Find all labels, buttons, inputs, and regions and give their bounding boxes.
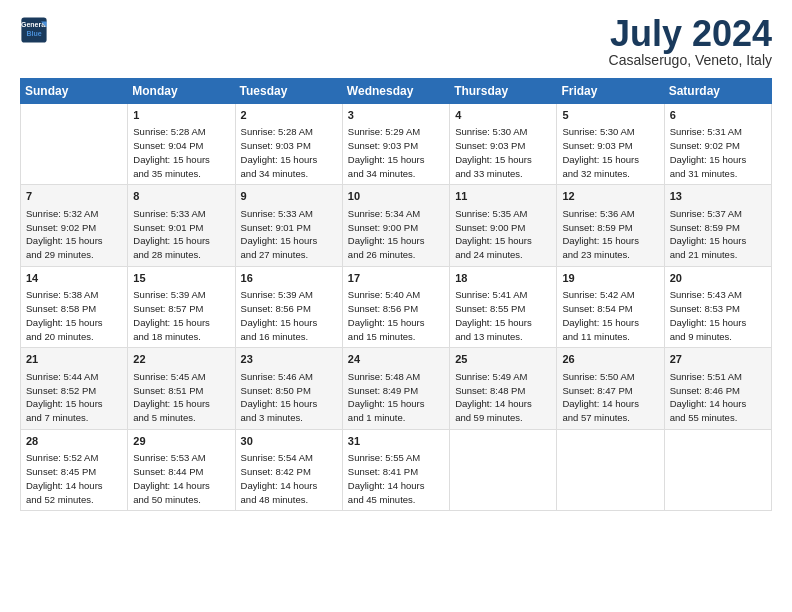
col-saturday: Saturday [664, 79, 771, 104]
calendar-week-2: 7Sunrise: 5:32 AM Sunset: 9:02 PM Daylig… [21, 185, 772, 266]
calendar-cell: 2Sunrise: 5:28 AM Sunset: 9:03 PM Daylig… [235, 104, 342, 185]
day-info: Sunrise: 5:51 AM Sunset: 8:46 PM Dayligh… [670, 370, 766, 425]
day-number: 17 [348, 271, 444, 286]
day-number: 12 [562, 189, 658, 204]
day-number: 20 [670, 271, 766, 286]
calendar-cell: 1Sunrise: 5:28 AM Sunset: 9:04 PM Daylig… [128, 104, 235, 185]
day-info: Sunrise: 5:33 AM Sunset: 9:01 PM Dayligh… [241, 207, 337, 262]
day-info: Sunrise: 5:30 AM Sunset: 9:03 PM Dayligh… [455, 125, 551, 180]
day-number: 6 [670, 108, 766, 123]
day-number: 13 [670, 189, 766, 204]
day-number: 26 [562, 352, 658, 367]
day-number: 8 [133, 189, 229, 204]
day-info: Sunrise: 5:40 AM Sunset: 8:56 PM Dayligh… [348, 288, 444, 343]
day-number: 2 [241, 108, 337, 123]
day-info: Sunrise: 5:39 AM Sunset: 8:56 PM Dayligh… [241, 288, 337, 343]
day-info: Sunrise: 5:42 AM Sunset: 8:54 PM Dayligh… [562, 288, 658, 343]
month-title: July 2024 [609, 16, 772, 52]
day-number: 19 [562, 271, 658, 286]
col-sunday: Sunday [21, 79, 128, 104]
day-number: 15 [133, 271, 229, 286]
calendar-cell: 4Sunrise: 5:30 AM Sunset: 9:03 PM Daylig… [450, 104, 557, 185]
day-number: 24 [348, 352, 444, 367]
calendar-week-3: 14Sunrise: 5:38 AM Sunset: 8:58 PM Dayli… [21, 266, 772, 347]
day-number: 7 [26, 189, 122, 204]
calendar-cell: 12Sunrise: 5:36 AM Sunset: 8:59 PM Dayli… [557, 185, 664, 266]
day-number: 23 [241, 352, 337, 367]
day-info: Sunrise: 5:31 AM Sunset: 9:02 PM Dayligh… [670, 125, 766, 180]
calendar-cell: 22Sunrise: 5:45 AM Sunset: 8:51 PM Dayli… [128, 348, 235, 429]
location: Casalserugo, Veneto, Italy [609, 52, 772, 68]
col-wednesday: Wednesday [342, 79, 449, 104]
calendar-cell: 8Sunrise: 5:33 AM Sunset: 9:01 PM Daylig… [128, 185, 235, 266]
day-number: 27 [670, 352, 766, 367]
calendar-cell: 29Sunrise: 5:53 AM Sunset: 8:44 PM Dayli… [128, 429, 235, 510]
calendar-week-1: 1Sunrise: 5:28 AM Sunset: 9:04 PM Daylig… [21, 104, 772, 185]
header: General Blue July 2024 Casalserugo, Vene… [20, 16, 772, 68]
day-info: Sunrise: 5:49 AM Sunset: 8:48 PM Dayligh… [455, 370, 551, 425]
calendar-table: Sunday Monday Tuesday Wednesday Thursday… [20, 78, 772, 511]
day-info: Sunrise: 5:43 AM Sunset: 8:53 PM Dayligh… [670, 288, 766, 343]
calendar-body: 1Sunrise: 5:28 AM Sunset: 9:04 PM Daylig… [21, 104, 772, 511]
day-info: Sunrise: 5:30 AM Sunset: 9:03 PM Dayligh… [562, 125, 658, 180]
day-info: Sunrise: 5:50 AM Sunset: 8:47 PM Dayligh… [562, 370, 658, 425]
calendar-cell: 16Sunrise: 5:39 AM Sunset: 8:56 PM Dayli… [235, 266, 342, 347]
day-info: Sunrise: 5:33 AM Sunset: 9:01 PM Dayligh… [133, 207, 229, 262]
col-thursday: Thursday [450, 79, 557, 104]
day-info: Sunrise: 5:36 AM Sunset: 8:59 PM Dayligh… [562, 207, 658, 262]
day-info: Sunrise: 5:37 AM Sunset: 8:59 PM Dayligh… [670, 207, 766, 262]
title-area: July 2024 Casalserugo, Veneto, Italy [609, 16, 772, 68]
calendar-header: Sunday Monday Tuesday Wednesday Thursday… [21, 79, 772, 104]
day-number: 18 [455, 271, 551, 286]
day-number: 29 [133, 434, 229, 449]
day-number: 1 [133, 108, 229, 123]
day-number: 30 [241, 434, 337, 449]
col-monday: Monday [128, 79, 235, 104]
calendar-container: General Blue July 2024 Casalserugo, Vene… [0, 0, 792, 521]
weekday-row: Sunday Monday Tuesday Wednesday Thursday… [21, 79, 772, 104]
day-info: Sunrise: 5:34 AM Sunset: 9:00 PM Dayligh… [348, 207, 444, 262]
day-number: 28 [26, 434, 122, 449]
day-number: 9 [241, 189, 337, 204]
day-number: 5 [562, 108, 658, 123]
calendar-cell [664, 429, 771, 510]
calendar-cell: 9Sunrise: 5:33 AM Sunset: 9:01 PM Daylig… [235, 185, 342, 266]
calendar-cell: 19Sunrise: 5:42 AM Sunset: 8:54 PM Dayli… [557, 266, 664, 347]
calendar-cell: 25Sunrise: 5:49 AM Sunset: 8:48 PM Dayli… [450, 348, 557, 429]
calendar-cell: 3Sunrise: 5:29 AM Sunset: 9:03 PM Daylig… [342, 104, 449, 185]
day-info: Sunrise: 5:53 AM Sunset: 8:44 PM Dayligh… [133, 451, 229, 506]
calendar-cell: 6Sunrise: 5:31 AM Sunset: 9:02 PM Daylig… [664, 104, 771, 185]
calendar-week-5: 28Sunrise: 5:52 AM Sunset: 8:45 PM Dayli… [21, 429, 772, 510]
calendar-cell: 13Sunrise: 5:37 AM Sunset: 8:59 PM Dayli… [664, 185, 771, 266]
day-info: Sunrise: 5:39 AM Sunset: 8:57 PM Dayligh… [133, 288, 229, 343]
day-number: 10 [348, 189, 444, 204]
day-info: Sunrise: 5:46 AM Sunset: 8:50 PM Dayligh… [241, 370, 337, 425]
day-number: 22 [133, 352, 229, 367]
day-info: Sunrise: 5:28 AM Sunset: 9:03 PM Dayligh… [241, 125, 337, 180]
calendar-cell: 14Sunrise: 5:38 AM Sunset: 8:58 PM Dayli… [21, 266, 128, 347]
calendar-cell: 5Sunrise: 5:30 AM Sunset: 9:03 PM Daylig… [557, 104, 664, 185]
day-info: Sunrise: 5:52 AM Sunset: 8:45 PM Dayligh… [26, 451, 122, 506]
day-info: Sunrise: 5:48 AM Sunset: 8:49 PM Dayligh… [348, 370, 444, 425]
day-info: Sunrise: 5:38 AM Sunset: 8:58 PM Dayligh… [26, 288, 122, 343]
calendar-cell: 15Sunrise: 5:39 AM Sunset: 8:57 PM Dayli… [128, 266, 235, 347]
calendar-cell: 20Sunrise: 5:43 AM Sunset: 8:53 PM Dayli… [664, 266, 771, 347]
calendar-cell: 26Sunrise: 5:50 AM Sunset: 8:47 PM Dayli… [557, 348, 664, 429]
day-info: Sunrise: 5:41 AM Sunset: 8:55 PM Dayligh… [455, 288, 551, 343]
day-info: Sunrise: 5:44 AM Sunset: 8:52 PM Dayligh… [26, 370, 122, 425]
day-info: Sunrise: 5:32 AM Sunset: 9:02 PM Dayligh… [26, 207, 122, 262]
day-number: 16 [241, 271, 337, 286]
day-number: 25 [455, 352, 551, 367]
calendar-cell: 17Sunrise: 5:40 AM Sunset: 8:56 PM Dayli… [342, 266, 449, 347]
day-number: 4 [455, 108, 551, 123]
day-number: 31 [348, 434, 444, 449]
day-info: Sunrise: 5:45 AM Sunset: 8:51 PM Dayligh… [133, 370, 229, 425]
day-info: Sunrise: 5:35 AM Sunset: 9:00 PM Dayligh… [455, 207, 551, 262]
calendar-cell: 10Sunrise: 5:34 AM Sunset: 9:00 PM Dayli… [342, 185, 449, 266]
calendar-cell: 18Sunrise: 5:41 AM Sunset: 8:55 PM Dayli… [450, 266, 557, 347]
calendar-cell: 31Sunrise: 5:55 AM Sunset: 8:41 PM Dayli… [342, 429, 449, 510]
day-info: Sunrise: 5:28 AM Sunset: 9:04 PM Dayligh… [133, 125, 229, 180]
calendar-cell: 23Sunrise: 5:46 AM Sunset: 8:50 PM Dayli… [235, 348, 342, 429]
calendar-cell [450, 429, 557, 510]
day-number: 11 [455, 189, 551, 204]
